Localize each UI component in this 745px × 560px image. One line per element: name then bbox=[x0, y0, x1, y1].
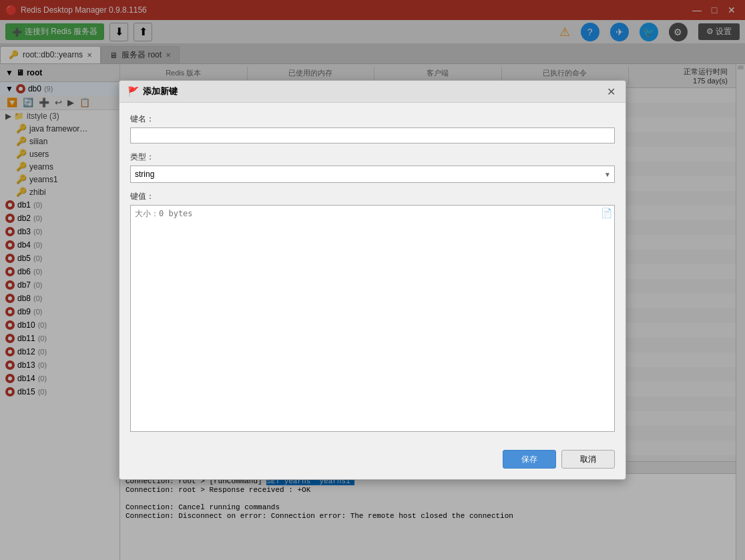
type-select[interactable]: string list set zset hash bbox=[130, 166, 615, 183]
dialog-titlebar: 🚩 添加新键 ✕ bbox=[119, 81, 626, 103]
type-select-wrap: string list set zset hash ▼ bbox=[130, 166, 615, 183]
value-area: 键值： 📄 bbox=[130, 191, 615, 434]
value-label: 键值： bbox=[130, 191, 615, 202]
type-field: 类型： string list set zset hash ▼ bbox=[130, 152, 615, 183]
value-textarea[interactable] bbox=[130, 205, 615, 432]
dialog-flag-icon: 🚩 bbox=[128, 86, 139, 97]
key-name-label: 键名： bbox=[130, 113, 615, 125]
dialog-body: 键名： 类型： string list set zset hash ▼ bbox=[119, 103, 626, 445]
key-name-field: 键名： bbox=[130, 113, 615, 144]
dialog-title: 添加新键 bbox=[143, 85, 178, 97]
add-key-dialog: 🚩 添加新键 ✕ 键名： 类型： string list set bbox=[119, 80, 626, 480]
load-file-icon[interactable]: 📄 bbox=[601, 208, 612, 218]
cancel-button[interactable]: 取消 bbox=[561, 450, 615, 469]
dialog-footer: 保存 取消 bbox=[119, 445, 626, 479]
type-label: 类型： bbox=[130, 152, 615, 163]
key-name-input[interactable] bbox=[130, 127, 615, 144]
textarea-wrap: 📄 bbox=[130, 205, 615, 434]
dialog-overlay: 🚩 添加新键 ✕ 键名： 类型： string list set bbox=[0, 0, 745, 560]
dialog-title-left: 🚩 添加新键 bbox=[128, 85, 178, 97]
dialog-close-button[interactable]: ✕ bbox=[604, 85, 617, 98]
save-button[interactable]: 保存 bbox=[503, 450, 556, 469]
